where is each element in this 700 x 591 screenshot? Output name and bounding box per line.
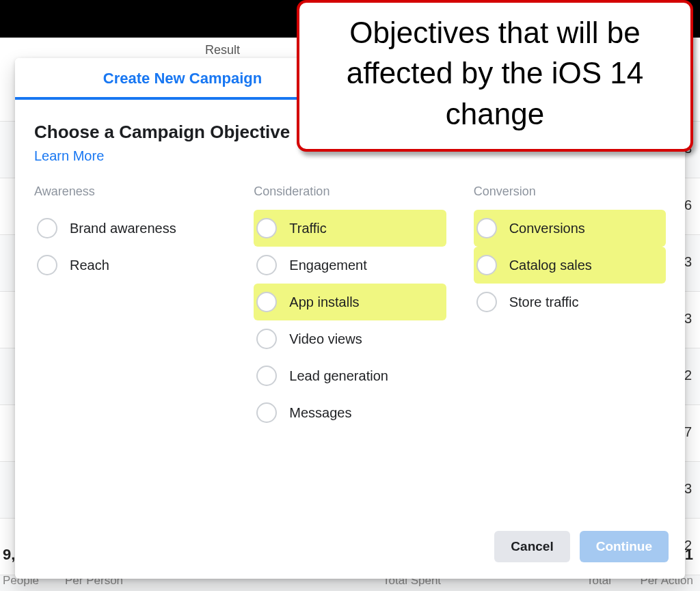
objective-conversions[interactable]: Conversions: [474, 210, 666, 247]
radio-icon: [256, 402, 277, 423]
radio-icon: [256, 255, 277, 275]
objective-reach[interactable]: Reach: [34, 247, 226, 284]
bg-row-tail: 3: [684, 254, 692, 270]
column-header: Consideration: [254, 184, 446, 199]
column-header: Conversion: [474, 184, 666, 199]
bg-row-tail: 7: [684, 424, 692, 440]
bg-total-right: 1: [685, 546, 693, 564]
bg-total-left: 9,: [3, 546, 15, 564]
objective-video-views[interactable]: Video views: [254, 320, 446, 357]
objective-label: Catalog sales: [509, 258, 592, 273]
objective-lead-generation[interactable]: Lead generation: [254, 357, 446, 394]
bg-header-result: Result: [205, 43, 240, 57]
radio-icon: [37, 255, 57, 275]
radio-icon: [476, 292, 497, 312]
objective-label: Reach: [70, 258, 109, 273]
objective-app-installs[interactable]: App installs: [254, 284, 446, 320]
radio-icon: [256, 366, 277, 386]
objective-label: Engagement: [289, 258, 366, 273]
objective-label: Lead generation: [289, 368, 388, 384]
bg-row-tail: 3: [684, 481, 692, 497]
bg-row-tail: 6: [684, 197, 692, 213]
radio-icon: [256, 292, 277, 312]
objective-catalog-sales[interactable]: Catalog sales: [474, 247, 666, 284]
radio-icon: [256, 329, 277, 349]
objective-label: Store traffic: [509, 294, 579, 310]
continue-button[interactable]: Continue: [580, 531, 669, 562]
objective-label: App installs: [289, 294, 359, 310]
annotation-text: Objectives that will be affected by the …: [312, 12, 678, 134]
objective-label: Traffic: [289, 221, 326, 236]
radio-icon: [256, 218, 277, 238]
objective-store-traffic[interactable]: Store traffic: [474, 284, 666, 320]
column-conversion: Conversion Conversions Catalog sales Sto…: [474, 184, 666, 431]
tab-label: Create New Campaign: [103, 70, 262, 87]
objective-messages[interactable]: Messages: [254, 394, 446, 431]
objective-label: Conversions: [509, 221, 585, 236]
objective-label: Video views: [289, 331, 362, 347]
cancel-button[interactable]: Cancel: [494, 531, 569, 562]
learn-more-link[interactable]: Learn More: [34, 148, 104, 164]
radio-icon: [476, 255, 497, 275]
annotation-callout: Objectives that will be affected by the …: [297, 0, 693, 152]
modal-footer: Cancel Continue: [15, 519, 685, 579]
bg-row-tail: 3: [684, 311, 692, 327]
column-consideration: Consideration Traffic Engagement App ins…: [254, 184, 446, 431]
objective-traffic[interactable]: Traffic: [254, 210, 446, 247]
radio-icon: [476, 218, 497, 238]
bg-row-tail: 2: [684, 368, 692, 383]
objective-label: Messages: [289, 405, 351, 421]
column-awareness: Awareness Brand awareness Reach: [34, 184, 226, 431]
radio-icon: [37, 218, 57, 238]
objective-engagement[interactable]: Engagement: [254, 247, 446, 284]
objective-label: Brand awareness: [70, 221, 176, 236]
objective-columns: Awareness Brand awareness Reach Consider…: [34, 184, 666, 431]
modal-content: Choose a Campaign Objective Learn More A…: [15, 100, 685, 519]
column-header: Awareness: [34, 184, 226, 199]
objective-brand-awareness[interactable]: Brand awareness: [34, 210, 226, 247]
